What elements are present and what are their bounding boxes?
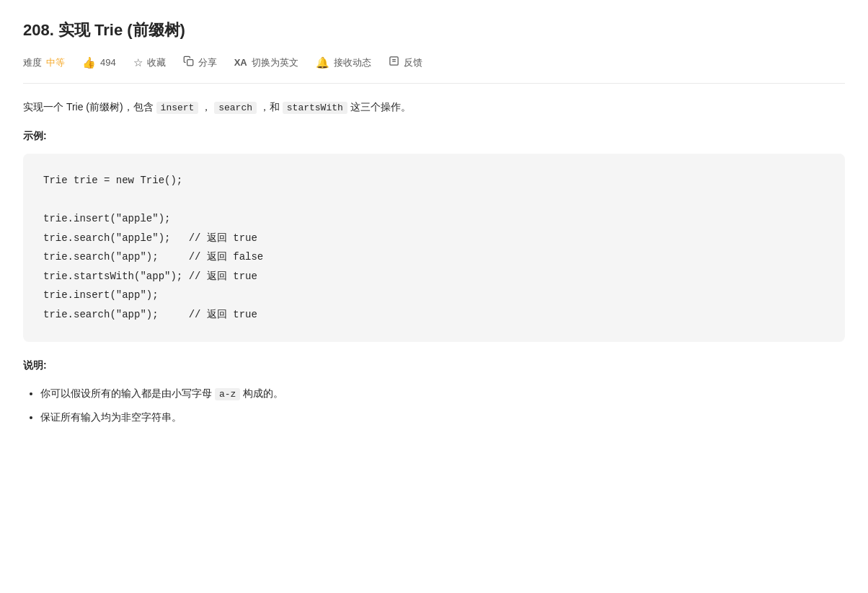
collect-label: 收藏 — [147, 56, 166, 71]
translate-item[interactable]: XA 切换为英文 — [234, 56, 298, 71]
difficulty-value: 中等 — [46, 56, 65, 71]
translate-icon: XA — [234, 56, 247, 71]
translate-label: 切换为英文 — [252, 56, 298, 71]
notify-item[interactable]: 🔔 接收动态 — [316, 54, 371, 71]
share-label: 分享 — [198, 56, 217, 71]
description-body: 实现一个 Trie (前缀树)，包含 insert ， search ，和 st… — [23, 98, 845, 427]
svg-rect-0 — [187, 60, 192, 66]
list-item: 保证所有输入均为非空字符串。 — [40, 407, 845, 427]
thumbs-up-icon: 👍 — [82, 54, 96, 71]
feedback-icon — [389, 54, 399, 71]
az-code: a-z — [215, 388, 240, 400]
notes-heading: 说明: — [23, 356, 845, 374]
notify-label: 接收动态 — [334, 56, 371, 71]
bell-icon: 🔔 — [316, 54, 329, 71]
share-icon — [183, 54, 194, 71]
feedback-label: 反馈 — [404, 56, 422, 71]
page-container: 208. 实现 Trie (前缀树) 难度 中等 👍 494 ☆ 收藏 分享 X… — [0, 0, 868, 447]
description-intro: 实现一个 Trie (前缀树)，包含 insert ， search ，和 st… — [23, 98, 845, 116]
example-heading: 示例: — [23, 127, 845, 145]
likes-count: 494 — [100, 56, 116, 71]
list-item: 你可以假设所有的输入都是由小写字母 a-z 构成的。 — [40, 383, 845, 404]
meta-bar: 难度 中等 👍 494 ☆ 收藏 分享 XA 切换为英文 🔔 接收动态 — [23, 54, 845, 84]
difficulty-item: 难度 中等 — [23, 56, 65, 71]
search-code: search — [214, 102, 257, 114]
star-icon: ☆ — [133, 54, 143, 71]
collect-item[interactable]: ☆ 收藏 — [133, 54, 166, 71]
feedback-item[interactable]: 反馈 — [389, 54, 422, 71]
problem-title: 208. 实现 Trie (前缀树) — [23, 17, 845, 43]
likes-item[interactable]: 👍 494 — [82, 54, 116, 71]
notes-list: 你可以假设所有的输入都是由小写字母 a-z 构成的。 保证所有输入均为非空字符串… — [23, 383, 845, 427]
difficulty-label: 难度 — [23, 56, 42, 71]
code-block: Trie trie = new Trie(); trie.insert("app… — [23, 154, 845, 342]
share-item[interactable]: 分享 — [183, 54, 217, 71]
notes-section: 说明: 你可以假设所有的输入都是由小写字母 a-z 构成的。 保证所有输入均为非… — [23, 356, 845, 427]
insert-code: insert — [156, 102, 199, 114]
startswith-code: startsWith — [283, 102, 347, 114]
